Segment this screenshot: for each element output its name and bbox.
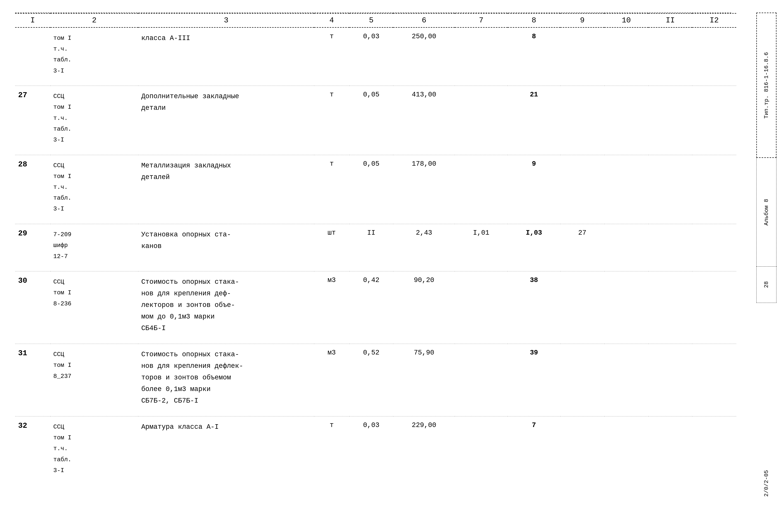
spacer-row <box>15 78 736 86</box>
col-header-9: 9 <box>560 13 604 27</box>
row-col5: 0,03 <box>349 27 394 78</box>
row-col12 <box>692 224 736 264</box>
row-unit: т <box>314 27 349 78</box>
row-col6: 250,00 <box>393 27 455 78</box>
spacer-row <box>15 478 736 485</box>
table-row: 28ССЦтом Iт.ч.табл.3-IМеталлизация закла… <box>15 155 736 216</box>
row-col10 <box>604 272 648 336</box>
row-unit: т <box>314 416 349 478</box>
row-desc: Стоимость опорных стака-нов для креплени… <box>138 344 314 409</box>
row-col8: 38 <box>508 272 560 336</box>
row-col9 <box>560 86 604 147</box>
row-number: 30 <box>15 272 50 336</box>
spacer-row <box>15 147 736 155</box>
col-header-7: 7 <box>455 13 508 27</box>
row-col7 <box>455 272 508 336</box>
row-col9 <box>560 27 604 78</box>
row-col6: 413,00 <box>393 86 455 147</box>
table-row: 27ССЦтом Iт.ч.табл.3-IДополнительные зак… <box>15 86 736 147</box>
table-row: 31ССЦтом I8_237Стоимость опорных стака-н… <box>15 344 736 409</box>
row-col5: 0,05 <box>349 86 394 147</box>
right-label-top: Тип.тр. 816-1-16.8.6 <box>756 13 776 158</box>
row-desc: Стоимость опорных стака-нов для креплени… <box>138 272 314 336</box>
row-number: 29 <box>15 224 50 264</box>
row-number: 27 <box>15 86 50 147</box>
row-col10 <box>604 155 648 216</box>
row-ref: 7-209шифр12-7 <box>50 224 138 264</box>
row-col6: 2,43 <box>393 224 455 264</box>
col-header-1: I <box>15 13 50 27</box>
table-row: 32ССЦтом Iт.ч.табл.3-IАрматура класса А-… <box>15 416 736 478</box>
row-col8: 8 <box>508 27 560 78</box>
row-ref: ССЦтом I8-236 <box>50 272 138 336</box>
col-header-2: 2 <box>50 13 138 27</box>
row-col11 <box>648 344 693 409</box>
row-col11 <box>648 86 693 147</box>
table-row: том Iт.ч.табл.3-Iкласса А-IIIт0,03250,00… <box>15 27 736 78</box>
row-desc: Арматура класса А-I <box>138 416 314 478</box>
row-desc: Дополнительные закладныедетали <box>138 86 314 147</box>
row-col5: 0,52 <box>349 344 394 409</box>
col-header-5: 5 <box>349 13 394 27</box>
spacer-row <box>15 409 736 416</box>
row-col9 <box>560 272 604 336</box>
row-unit: м3 <box>314 272 349 336</box>
row-col7 <box>455 27 508 78</box>
row-col10 <box>604 27 648 78</box>
main-table: I 2 3 4 5 6 7 8 9 10 II I2 том Iт.ч.табл… <box>15 13 736 485</box>
row-ref: ССЦтом Iт.ч.табл.3-I <box>50 86 138 147</box>
row-col6: 229,00 <box>393 416 455 478</box>
col-header-4: 4 <box>314 13 349 27</box>
page-wrapper: Тип.тр. 816-1-16.8.6 Альбом 8 28 2/0/2-0… <box>0 0 779 532</box>
row-col8: 7 <box>508 416 560 478</box>
row-col7: I,01 <box>455 224 508 264</box>
row-col12 <box>692 27 736 78</box>
row-col11 <box>648 416 693 478</box>
right-label-album: Альбом 8 <box>756 158 776 267</box>
row-number: 28 <box>15 155 50 216</box>
row-col12 <box>692 344 736 409</box>
row-col7 <box>455 344 508 409</box>
row-desc: класса А-III <box>138 27 314 78</box>
row-ref: ССЦтом Iт.ч.табл.3-I <box>50 416 138 478</box>
row-col5: II <box>349 224 394 264</box>
col-header-12: I2 <box>692 13 736 27</box>
row-col9: 27 <box>560 224 604 264</box>
row-number: 32 <box>15 416 50 478</box>
row-col10 <box>604 416 648 478</box>
row-unit: м3 <box>314 344 349 409</box>
row-col10 <box>604 86 648 147</box>
col-header-8: 8 <box>508 13 560 27</box>
row-unit: т <box>314 155 349 216</box>
row-number: 31 <box>15 344 50 409</box>
row-col6: 75,90 <box>393 344 455 409</box>
table-header-row: I 2 3 4 5 6 7 8 9 10 II I2 <box>15 13 736 27</box>
row-unit: т <box>314 86 349 147</box>
col-header-10: 10 <box>604 13 648 27</box>
right-spacer <box>756 303 776 447</box>
row-col12 <box>692 155 736 216</box>
row-col8: 21 <box>508 86 560 147</box>
right-label-bottom: 2/0/2-05 <box>756 447 776 519</box>
spacer-row <box>15 264 736 272</box>
row-col11 <box>648 224 693 264</box>
row-col7 <box>455 86 508 147</box>
row-col10 <box>604 224 648 264</box>
col-header-11: II <box>648 13 693 27</box>
row-col8: 9 <box>508 155 560 216</box>
right-side-panel: Тип.тр. 816-1-16.8.6 Альбом 8 28 2/0/2-0… <box>756 13 776 519</box>
row-desc: Металлизация закладныхдеталей <box>138 155 314 216</box>
row-ref: ССЦтом Iт.ч.табл.3-I <box>50 155 138 216</box>
row-col9 <box>560 416 604 478</box>
row-col5: 0,42 <box>349 272 394 336</box>
row-col12 <box>692 86 736 147</box>
col-header-6: 6 <box>393 13 455 27</box>
row-col11 <box>648 27 693 78</box>
row-col7 <box>455 155 508 216</box>
row-col10 <box>604 344 648 409</box>
row-col12 <box>692 272 736 336</box>
row-unit: шт <box>314 224 349 264</box>
row-col11 <box>648 155 693 216</box>
row-col7 <box>455 416 508 478</box>
row-ref: том Iт.ч.табл.3-I <box>50 27 138 78</box>
